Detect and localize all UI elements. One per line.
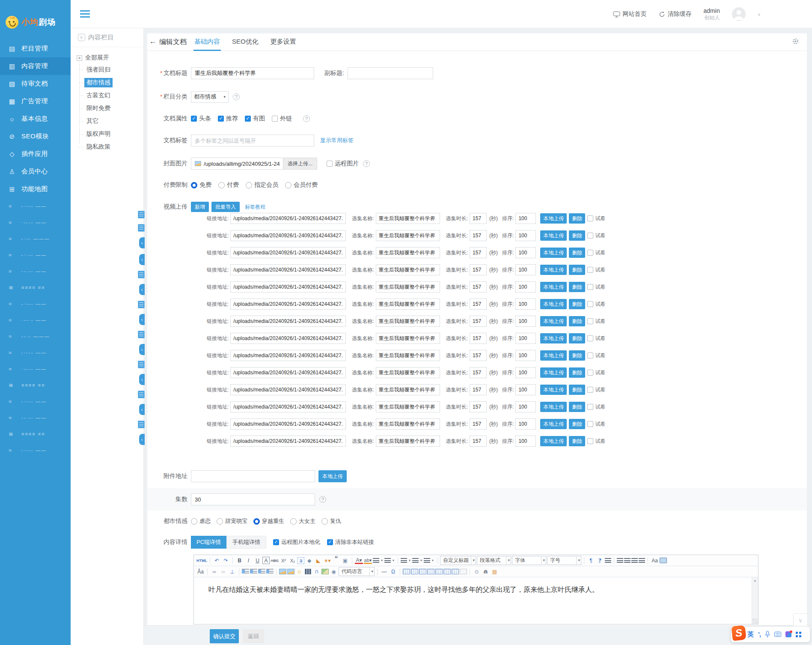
- toolbar-button[interactable]: [614, 557, 614, 564]
- toolbar-button[interactable]: [373, 558, 379, 563]
- toolbar-button[interactable]: ab▾: [364, 557, 372, 564]
- episode-duration-field[interactable]: 157: [470, 247, 487, 258]
- toolbar-button[interactable]: 字体: [512, 556, 546, 565]
- sidebar-menu-item[interactable]: ▤ 栏目管理: [0, 40, 71, 57]
- ime-language-toggle[interactable]: 英: [747, 630, 754, 639]
- episodes-input[interactable]: [191, 493, 315, 505]
- toolbar-button[interactable]: [412, 558, 419, 563]
- site-home-link[interactable]: 网站首页: [613, 10, 647, 18]
- attr-checkbox[interactable]: 头条: [191, 115, 211, 122]
- episode-name-field[interactable]: 重生后我颠覆整个科学界: [376, 213, 440, 224]
- toolbar-button[interactable]: [258, 569, 265, 574]
- help-icon[interactable]: [363, 160, 370, 167]
- toolbar-button[interactable]: [639, 558, 645, 563]
- editor-scrollbar[interactable]: ▲: [752, 577, 758, 624]
- sort-field[interactable]: 100: [515, 333, 536, 344]
- toolbar-button[interactable]: [242, 569, 249, 574]
- toolbar-button[interactable]: [239, 568, 239, 575]
- delete-button[interactable]: 删除: [569, 299, 585, 309]
- toolbar-button[interactable]: [321, 569, 329, 574]
- toolbar-button[interactable]: ¶: [596, 556, 604, 565]
- category-tree-item[interactable]: 版权声明: [79, 128, 143, 140]
- scroll-toggle-button[interactable]: ∨: [793, 613, 808, 628]
- ime-punctuation-toggle[interactable]: ’,: [758, 631, 761, 638]
- toolbar-button[interactable]: [279, 569, 286, 574]
- category-select[interactable]: 都市情感 ▾: [191, 91, 229, 103]
- sidebar-menu-item[interactable]: ▧ 待审文档: [0, 75, 71, 93]
- toolbar-button[interactable]: U: [253, 556, 262, 565]
- pay-radio[interactable]: 指定会员: [246, 181, 278, 189]
- toolbar-button[interactable]: X²: [280, 556, 288, 565]
- toolbar-button[interactable]: ⊂: [312, 567, 321, 576]
- cover-path-field[interactable]: /uploads/allimg/20240925/1-2409252229: [191, 158, 283, 170]
- sort-field[interactable]: 100: [515, 264, 536, 275]
- episode-duration-field[interactable]: 157: [470, 299, 487, 310]
- toolbar-button[interactable]: [437, 557, 437, 564]
- video-url-field[interactable]: /uploads/media/20240926/1-24092614244342…: [230, 264, 346, 275]
- toolbar-button[interactable]: ◉: [330, 567, 338, 576]
- video-url-field[interactable]: /uploads/media/20240926/1-24092614244342…: [230, 436, 346, 447]
- sort-field[interactable]: 100: [515, 436, 536, 447]
- local-upload-button[interactable]: 本地上传: [540, 385, 567, 395]
- toolbar-button[interactable]: a: [297, 557, 304, 564]
- toolbar-button[interactable]: [648, 557, 648, 564]
- submit-button[interactable]: 确认提交: [210, 629, 239, 643]
- toolbar-button[interactable]: [584, 557, 584, 564]
- sidebar-menu-item[interactable]: ⊞ 功能地图: [0, 180, 71, 198]
- episode-duration-field[interactable]: 157: [470, 367, 487, 378]
- subtitle-input[interactable]: [348, 67, 433, 79]
- keyboard-icon[interactable]: [774, 632, 781, 637]
- toolbar-button[interactable]: ↶: [213, 556, 221, 565]
- toolbar-button[interactable]: [266, 569, 274, 574]
- attr-checkbox[interactable]: 推荐: [218, 115, 238, 122]
- pay-radio[interactable]: 付费: [218, 181, 239, 189]
- genre-radio[interactable]: 大女主: [290, 517, 315, 525]
- toolbar-button[interactable]: A: [262, 557, 270, 564]
- collapse-handle-icon[interactable]: [138, 391, 145, 398]
- episode-duration-field[interactable]: 157: [470, 401, 487, 412]
- video-url-field[interactable]: /uploads/media/20240926/1-24092614244342…: [230, 384, 346, 395]
- toolbar-button[interactable]: 自定义标题: [440, 556, 476, 565]
- toolbar-button[interactable]: [210, 557, 210, 564]
- detail-tab[interactable]: 手机端详情: [226, 536, 266, 549]
- sidebar-menu-item[interactable]: ⊘ SEO模块: [0, 128, 71, 145]
- delete-button[interactable]: 删除: [569, 230, 585, 241]
- preview-checkbox[interactable]: [587, 301, 593, 307]
- toolbar-button[interactable]: [460, 569, 467, 574]
- content-tab[interactable]: 更多设置: [265, 33, 302, 51]
- preview-checkbox[interactable]: [587, 233, 593, 239]
- episode-duration-field[interactable]: 157: [470, 281, 487, 293]
- show-common-tags-link[interactable]: 显示常用标签: [320, 137, 354, 144]
- sort-field[interactable]: 100: [515, 367, 536, 378]
- delete-button[interactable]: 删除: [569, 350, 585, 361]
- tags-input[interactable]: [191, 134, 314, 146]
- category-tree-item[interactable]: 古装玄幻: [79, 89, 143, 102]
- sidebar-menu-item[interactable]: ♙ 会员中心: [0, 163, 71, 180]
- collapse-handle-icon[interactable]: [138, 331, 145, 338]
- local-upload-button[interactable]: 本地上传: [540, 419, 567, 429]
- ime-menu-grid-icon[interactable]: [796, 632, 801, 637]
- toolbar-button[interactable]: ▾: [431, 556, 434, 565]
- chevron-down-icon[interactable]: ∨: [758, 12, 761, 17]
- toolbar-button[interactable]: ◣: [314, 556, 322, 565]
- delete-button[interactable]: 删除: [569, 436, 585, 446]
- delete-button[interactable]: 删除: [569, 316, 585, 326]
- collapse-handle-icon[interactable]: [139, 344, 145, 355]
- toolbar-button[interactable]: ⋒: [482, 567, 490, 576]
- collapse-handle-icon[interactable]: [139, 254, 145, 265]
- local-upload-button[interactable]: 本地上传: [540, 350, 567, 361]
- attr-checkbox[interactable]: 外链: [272, 115, 292, 122]
- toolbar-button[interactable]: ⊙: [473, 567, 481, 576]
- video-url-field[interactable]: /uploads/media/20240926/1-24092614244342…: [230, 367, 346, 378]
- skin-icon[interactable]: [785, 631, 791, 637]
- delete-button[interactable]: 删除: [569, 248, 585, 258]
- preview-checkbox[interactable]: [587, 267, 593, 273]
- sidebar-menu-item[interactable]: ◇ 插件应用: [0, 145, 71, 163]
- microphone-icon[interactable]: [765, 631, 770, 638]
- toolbar-button[interactable]: [424, 558, 430, 563]
- genre-radio[interactable]: 甜宠萌宝: [217, 517, 247, 525]
- toolbar-button[interactable]: X₂: [289, 556, 297, 565]
- local-upload-button[interactable]: 本地上传: [540, 316, 567, 326]
- local-upload-button[interactable]: 本地上传: [540, 213, 567, 224]
- sort-field[interactable]: 100: [515, 384, 536, 395]
